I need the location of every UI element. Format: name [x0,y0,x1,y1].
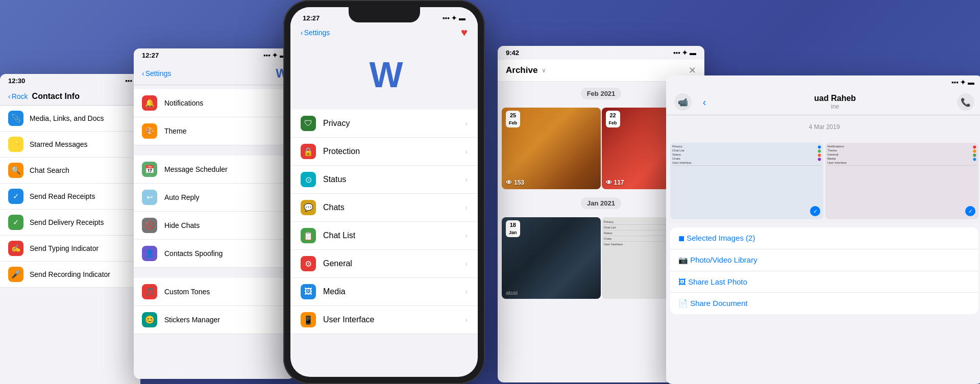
chats-chevron: › [465,203,468,212]
stickers-label: Stickers Manager [164,316,220,324]
starred-icon: ⭐ [8,137,23,152]
contact-name: uad Raheb [814,94,856,103]
list-item[interactable]: ⭐ Starred Messages [0,132,140,158]
list-item[interactable]: ✓ Send Delivery Receipts [0,210,140,236]
video-call-button[interactable]: 📹 [674,93,692,111]
stickers-icon: 😊 [142,312,157,327]
list-item[interactable]: ✓ Send Read Receipts [0,184,140,210]
list-item[interactable]: ⚙ General › [290,250,478,278]
typing-label: Send Typing Indicator [30,244,99,252]
notifications-label: Notifications [164,99,203,107]
photo-date-2: 22Feb [606,111,620,127]
general-chevron: › [465,260,468,268]
photo-cell-3[interactable]: 18Jan atusi [502,217,601,299]
heart-icon: ♥ [461,26,468,39]
photo-date-3: 18Jan [506,220,520,237]
media-icon: 📎 [8,111,23,126]
recording-label: Send Recording Indicator [30,270,110,278]
list-item[interactable]: 🔒 Protection › [290,138,478,166]
photo-cell-1[interactable]: 25Feb 👁 153 [502,108,601,189]
theme-icon: 🎨 [142,123,157,139]
contact-info-panel: 12:30 ▪▪▪ ‹ Rock Contact Info 📎 Media, L… [0,74,140,384]
media-label: Media, Links, and Docs [30,114,104,122]
recording-icon: 🎤 [8,267,23,282]
archive-status-bar: 9:42 ▪▪▪ ✦ ▬ [498,46,704,60]
check-icon-ss1: ✓ [810,206,820,216]
second-back-label: Settings [145,69,172,78]
share-selected-images[interactable]: ◼ Selected Images (2) [670,227,978,249]
read-receipts-icon: ✓ [8,189,23,204]
list-item[interactable]: 🛡 Privacy › [290,110,478,138]
settings-panel: 12:27 ▪▪▪ ✦ ▬ ‹ Settings W 🔔 Notificatio… [134,48,295,379]
status-icon: ⊙ [301,172,316,187]
right-signal-icon: ▪▪▪ ✦ ▬ [951,79,974,86]
photo-views-1: 👁 153 [506,179,524,186]
read-receipts-label: Send Read Receipts [30,192,95,200]
phone-time: 12:27 [303,14,320,22]
list-item[interactable]: 💬 Chats › [290,194,478,222]
list-item[interactable]: 📅 Message Scheduler [134,156,295,184]
list-item[interactable]: ↩ Auto Reply [134,184,295,212]
share-document[interactable]: 📄 Share Document [670,293,978,314]
phone-call-button[interactable]: 📞 [957,93,974,111]
share-last-photo[interactable]: 🖼 Share Last Photo [670,271,978,293]
chats-label: Chats [323,203,345,212]
jan-2021-badge: Jan 2021 [581,197,621,209]
list-item[interactable]: 📋 Chat List › [290,222,478,250]
list-item[interactable]: 🎨 Theme [134,117,295,145]
list-item[interactable]: 🚫 Hide Chats [134,212,295,240]
phone-nav: ‹ Settings ♥ [290,24,478,44]
center-phone: 12:27 ▪▪▪ ✦ ▬ ‹ Settings ♥ W 🛡 Privacy ›… [283,0,485,384]
archive-title-row: Archive ∨ [506,65,546,75]
chatlist-chevron: › [465,232,468,240]
list-item[interactable]: 📎 Media, Links, and Docs [0,106,140,132]
left-status-icons: ▪▪▪ [125,77,132,85]
search-label: Chat Search [30,166,69,174]
list-item[interactable]: 🔔 Notifications [134,89,295,117]
screenshot-thumb-1: Privacy⬤ Chat List⬤ Status⬤ Chats⬤ User … [670,143,823,219]
autoreply-label: Auto Reply [164,193,199,201]
general-icon: ⚙ [301,256,316,271]
second-back-button[interactable]: ‹ Settings [142,69,171,78]
right-status-icons: ▪▪▪ ✦ ▬ [951,79,974,86]
left-time: 12:30 [8,77,25,85]
left-back-label: Rock [12,92,28,100]
share-menu: ◼ Selected Images (2) 📷 Photo/Video Libr… [670,227,978,314]
archive-close-button[interactable]: ✕ [689,65,696,76]
photo-caption-3: atusi [506,290,518,296]
notifications-icon: 🔔 [142,95,157,111]
list-item[interactable]: 🔍 Chat Search [0,158,140,184]
list-item[interactable]: 📱 User Interface › [290,306,478,334]
ui-icon: 📱 [301,312,316,327]
list-item[interactable]: ⊙ Status › [290,166,478,194]
delivery-receipts-label: Send Delivery Receipts [30,218,104,226]
protection-label: Protection [323,147,360,156]
contact-status: ine [831,103,839,110]
eye-icon-1: 👁 [506,179,512,186]
left-status-bar: 12:30 ▪▪▪ [0,74,140,88]
second-time: 12:27 [142,52,159,59]
privacy-icon: 🛡 [301,116,316,131]
screenshot-thumb-2: Notifications⬤ Theme⬤ General⬤ Media⬤ Us… [825,143,978,219]
list-item[interactable]: 🎤 Send Recording Indicator [0,262,140,288]
phone-screen: 12:27 ▪▪▪ ✦ ▬ ‹ Settings ♥ W 🛡 Privacy ›… [290,7,478,377]
scheduler-label: Message Scheduler [164,165,228,173]
media-chevron: › [465,288,468,296]
screenshot-collage: Privacy⬤ Chat List⬤ Status⬤ Chats⬤ User … [666,139,980,223]
list-item[interactable]: 😊 Stickers Manager [134,306,295,334]
left-back-button[interactable]: ‹ Rock [8,92,28,100]
phone-back-label: Settings [304,29,330,37]
list-item[interactable]: 🖼 Media › [290,278,478,306]
list-item[interactable]: 👤 Contacts Spoofing [134,240,295,268]
w-logo: W [369,55,399,95]
phone-back-button[interactable]: ‹ Settings [301,29,330,37]
right-panel: ▪▪▪ ✦ ▬ 📹 ‹ uad Raheb ine 📞 4 Mar 2019 P… [666,75,980,384]
left-back-chevron: ‹ [8,92,11,100]
list-item[interactable]: ✍ Send Typing Indicator [0,236,140,262]
list-item[interactable]: 🎵 Custom Tones [134,278,295,306]
back-button-right[interactable]: ‹ [696,93,713,111]
phone-status-icons: ▪▪▪ ✦ ▬ [443,14,465,22]
share-photo-library[interactable]: 📷 Photo/Video Library [670,249,978,271]
chatlist-label: Chat List [323,231,355,240]
ui-chevron: › [465,316,468,324]
